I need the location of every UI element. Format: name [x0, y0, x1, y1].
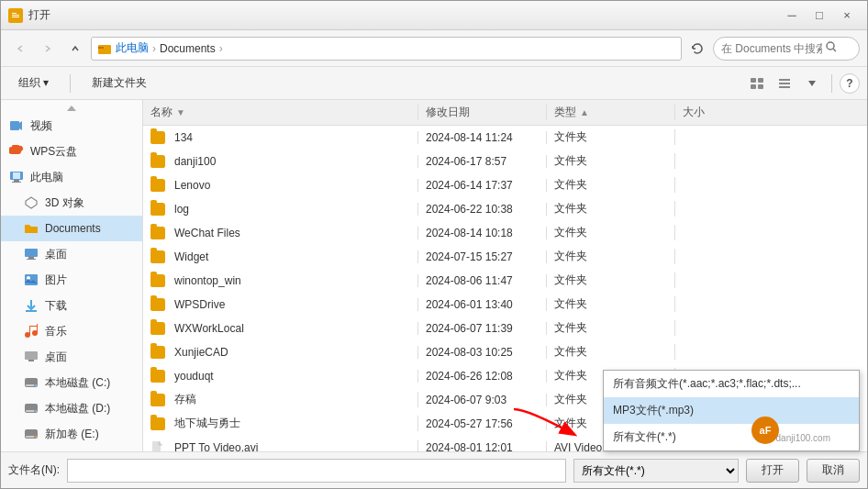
close-button[interactable]: ×	[834, 6, 860, 26]
svg-point-39	[34, 410, 36, 412]
dropdown-item-mp3[interactable]: MP3文件(*.mp3)	[604, 397, 859, 424]
drive-c-icon	[23, 374, 39, 391]
dropdown-item-audio-files[interactable]: 所有音频文件(*.aac;*.ac3;*.flac;*.dts;...	[604, 371, 859, 397]
table-row[interactable]: Lenovo2024-06-14 17:37文件夹	[143, 173, 867, 197]
file-type: 文件夹	[547, 153, 675, 169]
open-button[interactable]: 打开	[746, 459, 799, 483]
svg-rect-11	[758, 84, 763, 89]
file-date: 2024-06-14 17:37	[418, 179, 547, 192]
file-name: XunjieCAD	[174, 346, 228, 359]
sidebar-label-videos: 视频	[30, 118, 52, 134]
sidebar-label-music: 音乐	[45, 324, 67, 339]
table-row[interactable]: WeChat Files2024-08-14 10:18文件夹	[143, 221, 867, 245]
sidebar-item-documents[interactable]: Documents	[1, 216, 142, 241]
breadcrumb-sep1: ›	[152, 42, 156, 55]
filetype-select[interactable]: 所有音频文件(*.aac;*.ac3;*.flac;*.dts;...MP3文件…	[573, 459, 739, 483]
table-row[interactable]: 1342024-08-14 11:24文件夹	[143, 126, 867, 150]
sidebar-item-videos[interactable]: 视频	[1, 113, 142, 139]
file-name: winontop_win	[174, 274, 241, 287]
computer-icon	[8, 169, 25, 185]
sidebar-item-drive-c[interactable]: 本地磁盘 (C:)	[1, 370, 142, 395]
title-bar: 打开 ─ □ ×	[1, 1, 867, 30]
table-row[interactable]: log2024-06-22 10:38文件夹	[143, 197, 867, 221]
file-name-cell: log	[143, 203, 418, 216]
col-name-header[interactable]: 名称 ▼	[143, 105, 418, 120]
back-button[interactable]	[8, 37, 32, 61]
svg-rect-21	[25, 249, 38, 257]
toolbar-sep2	[831, 74, 832, 93]
refresh-button[interactable]	[685, 37, 709, 61]
sidebar-item-3d[interactable]: 3D 对象	[1, 190, 142, 216]
sidebar-item-desktop2[interactable]: 桌面	[1, 344, 142, 370]
file-name-cell: Widget	[143, 250, 418, 263]
breadcrumb-documents[interactable]: Documents	[160, 42, 216, 55]
sidebar-item-drive-e[interactable]: 新加卷 (E:)	[1, 421, 142, 447]
address-bar: 此电脑 › Documents ›	[1, 30, 867, 67]
file-icon	[150, 440, 165, 452]
svg-rect-15	[10, 121, 19, 130]
up-button[interactable]	[63, 37, 87, 61]
help-button[interactable]: ?	[840, 73, 860, 94]
organize-button[interactable]: 组织 ▾	[8, 72, 59, 95]
table-row[interactable]: WXWorkLocal2024-06-07 11:39文件夹	[143, 317, 867, 340]
sidebar-item-wps-cloud[interactable]: WPS云盘	[1, 139, 142, 164]
filename-input[interactable]	[67, 459, 566, 483]
col-size-header[interactable]: 大小	[675, 105, 867, 120]
view-dropdown-button[interactable]	[800, 72, 824, 95]
file-name-cell: 地下城与勇士	[143, 416, 418, 431]
breadcrumb-pc[interactable]: 此电脑	[116, 40, 149, 56]
maximize-button[interactable]: □	[807, 6, 832, 26]
col-date-header[interactable]: 修改日期	[418, 105, 547, 120]
sidebar-item-network[interactable]: 网络	[1, 447, 142, 451]
title-icon	[8, 8, 23, 23]
file-type: 文件夹	[547, 129, 675, 145]
folder-icon	[150, 155, 165, 168]
svg-rect-9	[758, 78, 763, 83]
download-icon	[23, 297, 39, 314]
window-controls: ─ □ ×	[779, 6, 860, 26]
sidebar-label-documents: Documents	[45, 222, 101, 235]
svg-rect-19	[14, 180, 19, 182]
sidebar-label-pictures: 图片	[45, 272, 67, 288]
search-input[interactable]	[721, 42, 822, 55]
forward-button[interactable]	[36, 37, 60, 61]
table-row[interactable]: WPSDrive2024-06-01 13:40文件夹	[143, 293, 867, 317]
cloud-icon	[8, 143, 25, 160]
file-date: 2024-08-14 10:18	[418, 227, 547, 239]
view-list-button[interactable]	[745, 72, 769, 95]
table-row[interactable]: danji1002024-06-17 8:57文件夹	[143, 150, 867, 173]
new-folder-button[interactable]: 新建文件夹	[82, 72, 157, 95]
sidebar-item-pictures[interactable]: 图片	[1, 267, 142, 293]
view-icon-button[interactable]	[773, 72, 796, 95]
table-row[interactable]: Widget2024-07-15 15:27文件夹	[143, 245, 867, 269]
sidebar-item-music[interactable]: 音乐	[1, 318, 142, 344]
file-name-cell: Lenovo	[143, 179, 418, 192]
sidebar-item-drive-d[interactable]: 本地磁盘 (D:)	[1, 395, 142, 421]
folder-icon	[150, 298, 165, 311]
file-date: 2024-06-22 10:38	[418, 203, 547, 216]
table-row[interactable]: XunjieCAD2024-08-03 10:25文件夹	[143, 340, 867, 364]
table-row[interactable]: winontop_win2024-08-06 11:47文件夹	[143, 269, 867, 293]
search-box[interactable]	[713, 37, 860, 61]
col-date-label: 修改日期	[426, 106, 470, 118]
folder-icon	[150, 203, 165, 216]
drive-d-icon	[23, 400, 39, 417]
file-date: 2024-08-03 10:25	[418, 346, 547, 359]
cancel-button[interactable]: 取消	[807, 459, 860, 483]
col-type-header[interactable]: 类型 ▲	[547, 105, 675, 120]
file-name: Widget	[174, 250, 208, 263]
folder-icon	[150, 274, 165, 287]
sidebar-item-desktop[interactable]: 桌面	[1, 241, 142, 267]
sidebar-item-downloads[interactable]: 下载	[1, 293, 142, 318]
file-type: 文件夹	[547, 320, 675, 336]
sidebar-item-this-pc[interactable]: 此电脑	[1, 164, 142, 190]
pictures-icon	[23, 272, 39, 288]
dropdown-item-all-files[interactable]: 所有文件(*.*)	[604, 424, 859, 450]
file-name-cell: WeChat Files	[143, 227, 418, 239]
minimize-button[interactable]: ─	[779, 6, 805, 26]
file-name-cell: WXWorkLocal	[143, 322, 418, 335]
svg-rect-13	[779, 83, 790, 84]
file-type: 文件夹	[547, 249, 675, 264]
svg-rect-14	[779, 86, 790, 88]
music-icon	[23, 323, 39, 339]
